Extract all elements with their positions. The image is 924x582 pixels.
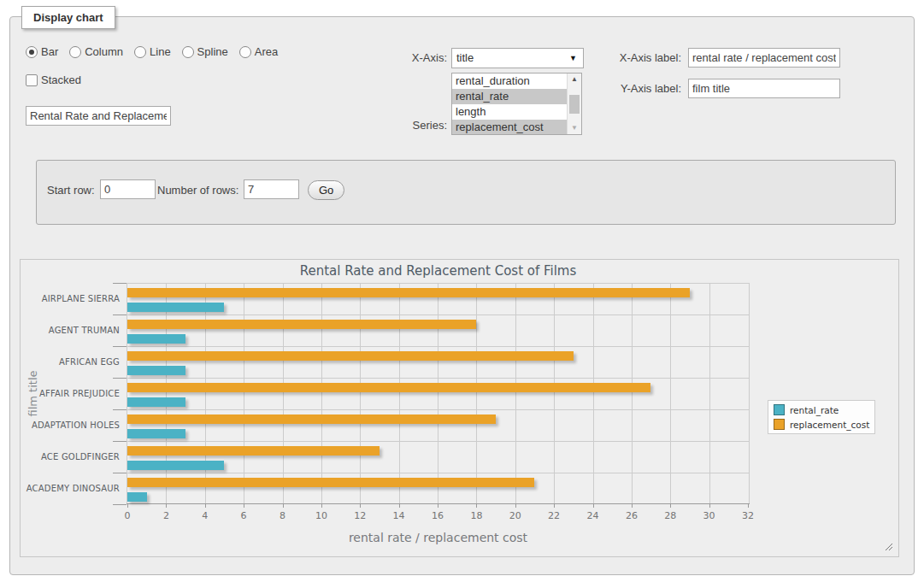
bar-replacement_cost — [127, 446, 380, 456]
gridline-v — [554, 284, 555, 503]
x-tick-label: 30 — [697, 510, 722, 521]
x-tick-mark — [515, 504, 516, 508]
chart-title: Rental Rate and Replacement Cost of Film… — [127, 263, 750, 279]
x-axis-title: rental rate / replacement cost — [127, 531, 750, 544]
category-label: AIRPLANE SIERRA — [21, 283, 120, 315]
chart-type-area[interactable]: Area — [239, 45, 278, 59]
bar-replacement_cost — [127, 383, 650, 392]
chart-title-input[interactable] — [26, 106, 171, 126]
radio-icon — [239, 46, 251, 58]
legend-swatch-replacement_cost — [774, 419, 785, 430]
scroll-down-icon[interactable]: ▼ — [568, 122, 581, 134]
x-tick-label: 28 — [657, 510, 683, 521]
x-tick-label: 20 — [503, 510, 528, 521]
radio-icon — [182, 46, 194, 58]
legend-row: rental_rate — [774, 404, 869, 415]
chart-type-column[interactable]: Column — [69, 45, 123, 59]
bar-replacement_cost — [127, 288, 690, 297]
category-label: ADAPTATION HOLES — [21, 409, 120, 441]
x-tick-mark — [593, 504, 594, 508]
series-select-label: Series: — [368, 119, 447, 132]
x-axis-label-input[interactable] — [688, 48, 840, 68]
gridline-v — [321, 284, 322, 503]
x-tick-mark — [360, 504, 361, 508]
y-tick-mark — [113, 504, 127, 505]
x-tick-mark — [127, 504, 128, 508]
bar-rental_rate — [127, 397, 185, 407]
gridline-v — [709, 284, 710, 503]
series-options: rental_durationrental_ratelengthreplacem… — [452, 73, 568, 135]
x-tick-mark — [438, 504, 438, 508]
panel-title: Display chart — [21, 6, 115, 29]
category-label: AFFAIR PREJUDICE — [21, 378, 120, 409]
gridline-h — [127, 473, 749, 473]
bar-replacement_cost — [127, 414, 496, 424]
x-axis-select[interactable]: title ▼ — [451, 48, 584, 68]
chart-type-label: Spline — [197, 45, 228, 59]
x-tick-mark — [166, 504, 167, 508]
x-tick-mark — [476, 504, 477, 508]
x-tick-label: 24 — [580, 510, 606, 521]
radio-icon — [69, 46, 81, 58]
stacked-checkbox[interactable]: Stacked — [26, 73, 81, 87]
gridline-v — [438, 284, 438, 503]
x-tick-label: 16 — [425, 510, 450, 521]
stacked-label: Stacked — [41, 73, 81, 87]
start-row-input[interactable] — [100, 179, 156, 199]
bar-rental_rate — [127, 366, 185, 375]
gridline-h — [127, 315, 749, 315]
bar-rental_rate — [127, 303, 224, 312]
gridline-v — [632, 284, 633, 503]
series-option-length[interactable]: length — [452, 104, 568, 120]
x-tick-mark — [399, 504, 400, 508]
gridline-v — [593, 284, 594, 503]
chart-type-label: Line — [150, 45, 171, 59]
gridline-h — [127, 378, 749, 379]
x-axis-select-label: X-Axis: — [368, 51, 447, 65]
gridline-h — [127, 441, 749, 442]
x-tick-mark — [709, 504, 710, 508]
category-label: AGENT TRUMAN — [21, 315, 120, 346]
series-option-rental_rate[interactable]: rental_rate — [452, 89, 568, 104]
scrollbar-thumb[interactable] — [569, 95, 580, 114]
dropdown-arrow-icon: ▼ — [569, 49, 577, 68]
series-scrollbar[interactable]: ▲ ▼ — [567, 73, 581, 134]
bar-replacement_cost — [127, 320, 476, 329]
go-button[interactable]: Go — [308, 180, 344, 200]
x-axis-selected-value: title — [456, 51, 474, 64]
chart-type-spline[interactable]: Spline — [182, 45, 228, 59]
series-listbox[interactable]: rental_durationrental_ratelengthreplacem… — [451, 73, 582, 135]
legend-label: replacement_cost — [790, 420, 869, 430]
x-axis-label-label: X-Axis label: — [598, 51, 681, 65]
y-axis-label-label: Y-Axis label: — [598, 82, 681, 96]
series-option-rental_duration[interactable]: rental_duration — [452, 73, 568, 89]
x-tick-label: 12 — [347, 510, 373, 521]
resize-grip-icon[interactable] — [884, 542, 892, 550]
series-option-replacement_cost[interactable]: replacement_cost — [452, 120, 568, 135]
x-tick-label: 22 — [541, 510, 567, 521]
gridline-v — [360, 284, 361, 503]
bar-rental_rate — [127, 429, 185, 438]
category-label: ACADEMY DINOSAUR — [21, 473, 120, 504]
gridline-v — [515, 284, 516, 503]
x-tick-label: 18 — [463, 510, 489, 521]
gridline-h — [127, 346, 749, 347]
x-tick-mark — [205, 504, 206, 508]
x-tick-label: 6 — [231, 510, 256, 521]
chart-type-line[interactable]: Line — [134, 45, 171, 59]
x-tick-mark — [554, 504, 555, 508]
display-chart-panel: Display chart BarColumnLineSplineArea St… — [9, 16, 915, 575]
chart-type-label: Column — [85, 45, 123, 59]
category-label: ACE GOLDFINGER — [21, 441, 120, 473]
start-row-label: Start row: — [47, 184, 95, 197]
legend-label: rental_rate — [790, 405, 839, 415]
row-range-fieldset: Start row: Number of rows: Go — [36, 160, 896, 225]
chart-type-bar[interactable]: Bar — [26, 45, 58, 59]
x-tick-mark — [670, 504, 671, 508]
gridline-v — [476, 284, 477, 503]
num-rows-input[interactable] — [244, 179, 299, 199]
y-axis-label-input[interactable] — [688, 79, 840, 98]
x-tick-mark — [321, 504, 322, 508]
scroll-up-icon[interactable]: ▲ — [568, 73, 581, 85]
chart-type-label: Bar — [41, 45, 58, 59]
